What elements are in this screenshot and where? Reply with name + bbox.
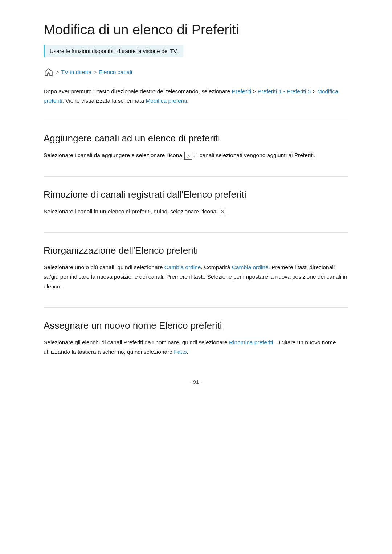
- link-modifica-preferiti-2[interactable]: Modifica preferiti: [146, 98, 187, 104]
- section-rename-body: Selezionare gli elenchi di canali Prefer…: [44, 338, 348, 357]
- section-add-title: Aggiungere canali ad un elenco di prefer…: [44, 133, 348, 144]
- section-remove: Rimozione di canali registrati dall'Elen…: [44, 189, 348, 216]
- add-icon-box: ▷: [184, 152, 192, 160]
- remove-text-1: Selezionare i canali in un elenco di pre…: [44, 208, 218, 214]
- section-rename-title: Assegnare un nuovo nome Elenco preferiti: [44, 320, 348, 331]
- link-preferiti[interactable]: Preferiti: [232, 88, 251, 94]
- svg-point-0: [48, 72, 49, 73]
- reorder-text-2: . Comparirà: [201, 264, 232, 270]
- add-text-1: Selezionare i canali da aggiungere e sel…: [44, 152, 184, 158]
- link-cambia-ordine-1[interactable]: Cambia ordine: [164, 264, 201, 270]
- intro-text-5: . Viene visualizzata la schermata: [62, 98, 146, 104]
- remove-text-2: .: [227, 208, 229, 214]
- add-text-2: . I canali selezionati vengono aggiunti …: [193, 152, 315, 158]
- subtitle-bar: Usare le funzioni disponibili durante la…: [44, 45, 183, 57]
- reorder-text-1: Selezionare uno o più canali, quindi sel…: [44, 264, 164, 270]
- section-reorder: Riorganizzazione dell'Elenco preferiti S…: [44, 245, 348, 291]
- intro-text-4: >: [311, 88, 317, 94]
- section-divider-2: [44, 176, 348, 177]
- link-rinomina-preferiti[interactable]: Rinomina preferiti: [229, 339, 273, 345]
- section-divider-4: [44, 307, 348, 308]
- link-cambia-ordine-2[interactable]: Cambia ordine: [232, 264, 269, 270]
- breadcrumb-tv-diretta[interactable]: TV in diretta: [61, 69, 91, 75]
- section-divider-3: [44, 232, 348, 233]
- link-preferiti-1-5[interactable]: Preferiti 1 - Preferiti 5: [258, 88, 311, 94]
- section-reorder-title: Riorganizzazione dell'Elenco preferiti: [44, 245, 348, 256]
- section-remove-body: Selezionare i canali in un elenco di pre…: [44, 207, 348, 216]
- rename-text-1: Selezionare gli elenchi di canali Prefer…: [44, 339, 229, 345]
- section-rename: Assegnare un nuovo nome Elenco preferiti…: [44, 320, 348, 357]
- page-number: - 91 -: [44, 379, 348, 385]
- section-add: Aggiungere canali ad un elenco di prefer…: [44, 133, 348, 160]
- link-fatto[interactable]: Fatto: [174, 349, 187, 355]
- intro-text-6: .: [187, 98, 188, 104]
- breadcrumb: > TV in diretta > Elenco canali: [44, 67, 348, 77]
- intro-paragraph: Dopo aver premuto il tasto direzionale d…: [44, 87, 348, 106]
- page-title: Modifica di un elenco di Preferiti: [44, 22, 348, 38]
- breadcrumb-separator-2: >: [94, 69, 97, 75]
- section-remove-title: Rimozione di canali registrati dall'Elen…: [44, 189, 348, 200]
- breadcrumb-separator-1: >: [56, 69, 59, 75]
- breadcrumb-elenco-canali[interactable]: Elenco canali: [99, 69, 132, 75]
- section-add-body: Selezionare i canali da aggiungere e sel…: [44, 151, 348, 160]
- section-reorder-body: Selezionare uno o più canali, quindi sel…: [44, 263, 348, 291]
- rename-text-3: .: [187, 349, 188, 355]
- home-icon: [44, 67, 54, 77]
- section-divider-1: [44, 120, 348, 120]
- intro-text-1: Dopo aver premuto il tasto direzionale d…: [44, 88, 232, 94]
- remove-icon-box: ✕: [219, 208, 226, 216]
